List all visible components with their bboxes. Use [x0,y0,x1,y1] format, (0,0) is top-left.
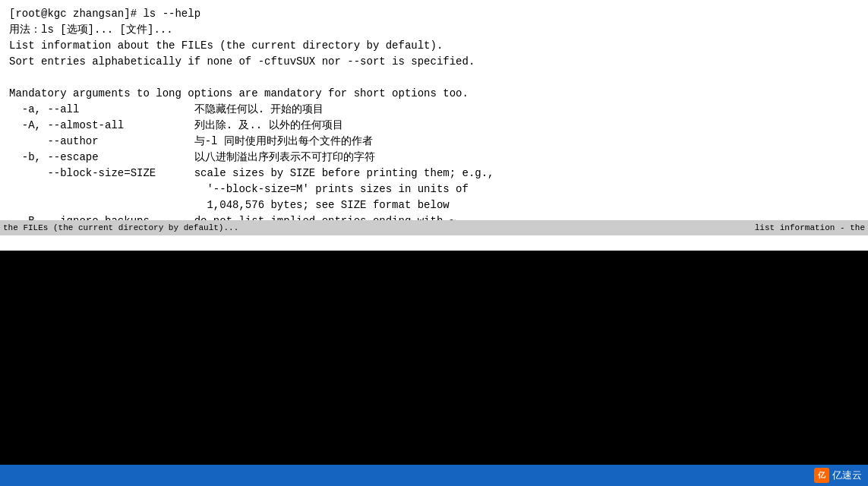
black-background: 亿 亿速云 [0,251,868,486]
terminal-output: [root@kgc zhangsan]# ls --help 用法：ls [选项… [0,0,868,235]
terminal-status-right: list information - the [755,223,868,232]
yisu-label: 亿速云 [832,469,862,482]
terminal-status-bar: the FILEs (the current directory by defa… [0,220,868,235]
terminal-status-left: the FILEs (the current directory by defa… [0,223,238,232]
yisu-icon: 亿 [814,468,829,483]
yisu-branding: 亿 亿速云 [814,468,862,483]
bottom-taskbar: 亿 亿速云 [0,465,868,486]
terminal-window: [root@kgc zhangsan]# ls --help 用法：ls [选项… [0,0,868,251]
